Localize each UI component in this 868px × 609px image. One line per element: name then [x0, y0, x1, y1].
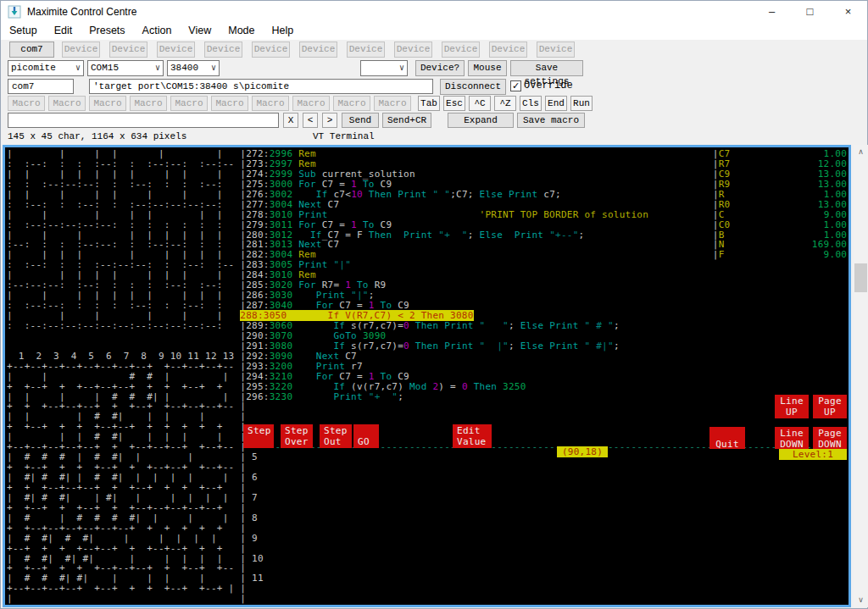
quit-button[interactable]: Quit [709, 427, 745, 449]
macro-button-3[interactable]: Macro [89, 96, 126, 111]
chevron-down-icon: ∨ [211, 61, 216, 75]
menu-help[interactable]: Help [264, 23, 303, 40]
com-select[interactable]: COM15∨ [87, 60, 164, 76]
com-name-input[interactable] [8, 79, 74, 94]
page-up-button[interactable]: PageUP [813, 395, 847, 418]
line-down-button[interactable]: LineDOWN [775, 427, 809, 449]
device-button-4[interactable]: Device [204, 42, 242, 58]
title-bar: Maximite Control Centre – □ × [1, 1, 867, 23]
go-button[interactable]: GO [353, 424, 379, 448]
mouse-button[interactable]: Mouse [468, 60, 507, 76]
device-button-2[interactable]: Device [109, 42, 147, 58]
vertical-scrollbar[interactable]: ∧ ∨ [854, 145, 868, 607]
level-badge: Level:1 [779, 449, 847, 460]
menu-presets[interactable]: Presets [81, 23, 133, 40]
save-macro-button[interactable]: Save macro [517, 113, 585, 128]
edit-value-button[interactable]: EditValue [453, 424, 492, 448]
line-up-button[interactable]: LineUP [775, 395, 809, 418]
save-settings-button[interactable]: Save settings [510, 60, 583, 76]
target-type-select[interactable]: picomite∨ [8, 60, 84, 76]
terminal-size-label: 145 x 45 char, 1164 x 634 pixels [8, 130, 186, 143]
macro-button-9[interactable]: Macro [333, 96, 370, 111]
macro-button-4[interactable]: Macro [130, 96, 167, 111]
macro-button-10[interactable]: Macro [374, 96, 411, 111]
macro-button-6[interactable]: Macro [211, 96, 248, 111]
device-button-1[interactable]: Device [62, 42, 100, 58]
menu-view[interactable]: View [180, 23, 220, 40]
macro-button-7[interactable]: Macro [252, 96, 289, 111]
device-button-10[interactable]: Device [489, 42, 527, 58]
device-button-3[interactable]: Device [157, 42, 195, 58]
send-cr-button[interactable]: Send+CR [382, 113, 431, 128]
next-button[interactable]: > [322, 113, 337, 128]
maximize-button[interactable]: □ [791, 1, 829, 23]
step-out-button[interactable]: StepOut [320, 424, 352, 448]
key-button-run[interactable]: Run [570, 96, 593, 111]
baud-select[interactable]: 38400∨ [167, 60, 220, 76]
device-button-9[interactable]: Device [442, 42, 480, 58]
macro-button-2[interactable]: Macro [48, 96, 86, 111]
menu-edit[interactable]: Edit [46, 23, 81, 40]
macro-button-1[interactable]: Macro [8, 96, 45, 111]
minimize-button[interactable]: – [753, 1, 791, 23]
target-port-input[interactable] [89, 79, 433, 94]
step-button[interactable]: Step [243, 424, 274, 448]
macro-button-5[interactable]: Macro [170, 96, 208, 111]
chevron-down-icon: ∨ [155, 61, 160, 75]
key-button-ctrl-z[interactable]: ^Z [494, 96, 516, 111]
com-port-button[interactable]: com7 [9, 42, 54, 58]
menu-action[interactable]: Action [134, 23, 181, 40]
device-query-button[interactable]: Device? [415, 60, 465, 76]
key-button-tab[interactable]: Tab [418, 96, 440, 111]
close-button[interactable]: × [829, 1, 867, 23]
scroll-down-icon[interactable]: ∨ [854, 593, 868, 607]
menu-setup[interactable]: Setup [1, 23, 46, 40]
terminal-line: | | [7, 594, 847, 604]
clear-button[interactable]: X [283, 113, 298, 128]
empty-select[interactable]: ∨ [360, 60, 408, 76]
key-button-cls[interactable]: Cls [520, 96, 542, 111]
chevron-down-icon: ∨ [399, 61, 404, 75]
scroll-up-icon[interactable]: ∧ [854, 145, 868, 159]
key-button-esc[interactable]: Esc [443, 96, 465, 111]
page-down-button[interactable]: PageDOWN [813, 427, 847, 449]
key-button-ctrl-c[interactable]: ^C [469, 96, 491, 111]
scrollbar-thumb[interactable] [854, 263, 867, 292]
device-button-11[interactable]: Device [537, 42, 575, 58]
menu-bar: SetupEditPresetsActionViewModeHelp [1, 23, 867, 40]
override-label: Override [524, 80, 573, 91]
expand-button[interactable]: Expand [448, 113, 514, 128]
vt-terminal[interactable]: | | | | | | |272:2996 Rem |C7 1.00: :--:… [3, 145, 851, 607]
app-icon [8, 5, 21, 19]
device-button-6[interactable]: Device [299, 42, 337, 58]
step-over-button[interactable]: StepOver [281, 424, 313, 448]
disconnect-button[interactable]: Disconnect [440, 79, 506, 95]
device-button-8[interactable]: Device [394, 42, 432, 58]
macro-input[interactable] [8, 113, 279, 128]
cursor-position-badge: (90,18) [557, 446, 608, 457]
terminal-screen: | | | | | | |272:2996 Rem |C7 1.00: :--:… [5, 147, 847, 604]
terminal-mode-label: VT Terminal [313, 130, 375, 143]
menu-mode[interactable]: Mode [220, 23, 263, 40]
key-button-end[interactable]: End [545, 96, 567, 111]
override-checkbox[interactable]: ✓ [510, 80, 521, 91]
chevron-down-icon: ∨ [75, 61, 81, 75]
window-title: Maximite Control Centre [27, 6, 136, 18]
status-bar: 145 x 45 char, 1164 x 634 pixels VT Term… [1, 130, 867, 145]
prev-button[interactable]: < [303, 113, 318, 128]
macro-button-8[interactable]: Macro [292, 96, 330, 111]
device-button-5[interactable]: Device [252, 42, 290, 58]
app-window: Maximite Control Centre – □ × SetupEditP… [0, 0, 868, 609]
device-button-7[interactable]: Device [347, 42, 385, 58]
send-button[interactable]: Send [342, 113, 379, 128]
